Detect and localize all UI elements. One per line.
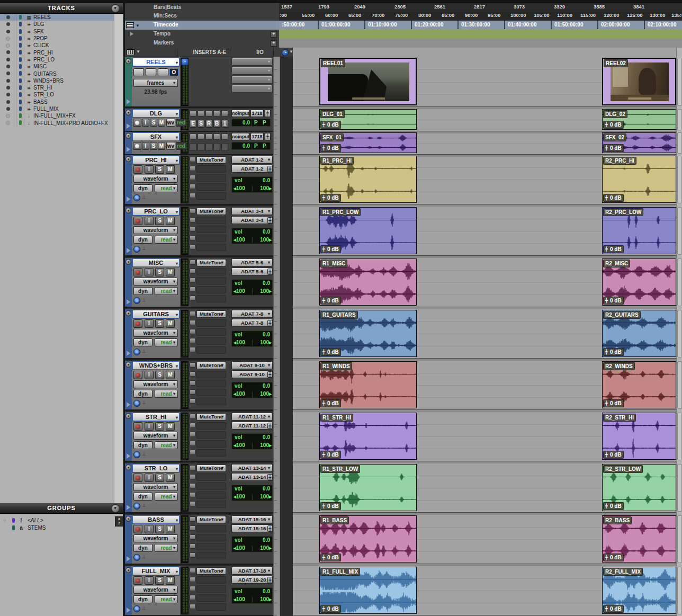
insert-slot-icon[interactable] <box>190 595 195 600</box>
insert-slot-icon[interactable] <box>190 311 195 316</box>
insert-slot-empty[interactable] <box>196 603 226 611</box>
clip-gain-badge[interactable]: ┿0 dB <box>603 194 624 202</box>
insert-slot-icon[interactable] <box>190 362 195 368</box>
clip-r1_bass[interactable]: R1_BASS┿0 dB <box>319 515 417 563</box>
track-options-icon[interactable]: ▼ <box>125 208 131 213</box>
track-options-icon[interactable]: ▼ <box>125 413 131 419</box>
online-button[interactable]: O <box>169 68 178 76</box>
clip-r1_winds[interactable]: R1_WINDS┿0 dB <box>319 361 417 408</box>
track-name-box[interactable]: REELS▾ <box>132 58 180 66</box>
insert-slot-empty[interactable] <box>196 552 226 559</box>
clip-gain-badge[interactable]: ┿0 dB <box>603 451 624 459</box>
insert-letter-button[interactable] <box>213 143 220 151</box>
insert-slot-icon[interactable] <box>190 110 196 117</box>
insert-slot-empty[interactable] <box>196 337 226 345</box>
playlist-expand-icon[interactable] <box>127 556 130 561</box>
track-show-dot[interactable] <box>6 114 10 118</box>
insert-a-mutetone[interactable]: MuteTone▾ <box>196 413 226 421</box>
insert-slot-icon[interactable] <box>205 133 212 140</box>
scrollbar-segment[interactable] <box>677 132 682 154</box>
track-view-dropdown[interactable]: waveform▾ <box>133 278 178 285</box>
insert-slot-empty[interactable] <box>196 483 226 490</box>
sidebar-item-guitars[interactable]: |▸|▸GUITARS <box>0 70 114 77</box>
pan-icon[interactable]: ┿ <box>265 133 271 140</box>
volume-pan-readout[interactable]: vol0.0◂100100▸ <box>231 433 273 450</box>
solo-button[interactable]: S <box>155 422 164 431</box>
clip-r2_misc[interactable]: R2_MISC┿0 dB <box>602 258 676 306</box>
track-show-dot-cell[interactable] <box>0 35 16 42</box>
dyn-button[interactable]: dyn <box>133 287 152 295</box>
clip-reel01[interactable]: REEL01 <box>319 58 417 105</box>
pan-icon[interactable]: ┿ <box>267 474 273 480</box>
sidebar-item-prc_lo[interactable]: |▸|▸PRC_LO <box>0 56 114 63</box>
track-options-icon[interactable]: ▼ <box>125 362 131 368</box>
insert-slot-icon[interactable] <box>190 193 195 198</box>
insert-slot-empty[interactable] <box>196 295 226 302</box>
insert-slot-empty[interactable] <box>196 286 226 293</box>
insert-slot-icon[interactable] <box>190 389 195 395</box>
clip-gain-badge[interactable]: ┿0 dB <box>320 348 341 356</box>
clip-gain-badge[interactable]: ┿0 dB <box>603 399 624 407</box>
playlist-expand-icon[interactable] <box>127 123 130 129</box>
track-show-dot[interactable] <box>6 100 10 104</box>
sidebar-item-2pop[interactable]: |▸|▸2POP <box>0 35 114 42</box>
insert-slot-icon[interactable] <box>190 552 195 558</box>
sidebar-item-reels[interactable]: ▦REELS <box>0 14 114 21</box>
playlist-expand-icon[interactable] <box>127 99 130 104</box>
clip-r2_str_low[interactable]: R2_STR_LOW┿0 dB <box>602 464 676 511</box>
group-item-stems[interactable]: aSTEMS <box>0 524 114 531</box>
track-options-icon[interactable]: ▼ <box>125 156 131 162</box>
sidebar-item-in-full_mix+prd audio+fx[interactable]: ↓IN-FULL_MIX+PRD AUDIO+FX <box>0 119 114 126</box>
track-view-dropdown[interactable]: waveform▾ <box>133 329 178 337</box>
insert-slot-icon[interactable] <box>190 398 195 404</box>
mute-button[interactable]: M <box>158 142 165 150</box>
insert-slot-icon[interactable] <box>190 296 195 301</box>
dyn-button[interactable]: dyn <box>133 441 152 449</box>
volume-pan-readout[interactable]: vol0.0◂100100▸ <box>231 536 273 552</box>
dyn-button[interactable]: dyn <box>133 184 152 192</box>
output-path-button[interactable]: ADAT 1-2┿ <box>231 165 273 173</box>
track-view-dropdown[interactable]: waveform▾ <box>133 226 178 234</box>
sidebar-item-prc_hi[interactable]: |▸|▸PRC_HI <box>0 49 114 56</box>
video-blank-button[interactable] <box>146 68 156 76</box>
input-monitor-button[interactable]: I <box>145 525 154 533</box>
clip-gain-badge[interactable]: ┿0 dB <box>603 605 624 613</box>
insert-slot-empty[interactable] <box>196 319 226 327</box>
sidebar-item-misc[interactable]: |▸|▸MISC <box>0 63 114 70</box>
playlist-expand-icon[interactable] <box>127 299 130 305</box>
output-path-button[interactable]: ADAT 3-4┿ <box>231 216 273 224</box>
track-name-box[interactable]: MISC▾ <box>132 258 180 267</box>
track-options-icon[interactable]: ▼ <box>125 465 131 470</box>
clip-gain-badge[interactable]: ┿0 dB <box>320 245 341 253</box>
pan-icon[interactable]: ┿ <box>267 577 273 583</box>
insert-letter-button[interactable]: E <box>190 120 196 128</box>
insert-slot-empty[interactable] <box>196 534 226 541</box>
track-show-dot-cell[interactable] <box>0 42 16 49</box>
track-show-dot[interactable] <box>6 107 10 111</box>
track-show-dot-cell[interactable] <box>0 49 16 56</box>
track-name-box[interactable]: WNDS+BRS▾ <box>132 361 180 370</box>
sidebar-item-wnds+brs[interactable]: |▸|▸WNDS+BRS <box>0 77 114 84</box>
insert-slot-empty[interactable] <box>196 328 226 336</box>
playlist-expand-icon[interactable] <box>127 147 130 152</box>
pan-icon[interactable]: ┿ <box>267 525 273 532</box>
mute-button[interactable]: M <box>166 319 175 328</box>
scrollbar-segment[interactable] <box>677 515 682 563</box>
automation-mode-dropdown[interactable]: read▾ <box>155 595 178 603</box>
mute-button[interactable]: M <box>166 217 175 225</box>
insert-a-mutetone[interactable]: MuteTone▾ <box>196 516 226 523</box>
clip-r1_str_hi[interactable]: R1_STR_HI┿0 dB <box>319 413 417 460</box>
volume-pan-readout[interactable]: vol0.0◂100100▸ <box>231 382 273 398</box>
clip-r1_prc_low[interactable]: R1_PRC_LOW┿0 dB <box>319 207 417 254</box>
insert-slot-icon[interactable] <box>190 329 195 334</box>
track-show-dot[interactable] <box>6 43 10 48</box>
insert-slot-icon[interactable] <box>190 371 195 377</box>
insert-slot-empty[interactable] <box>196 422 226 430</box>
solo-button[interactable]: S <box>155 371 164 379</box>
columns-dropdown-icon[interactable]: ▼ <box>136 49 140 54</box>
scrollbar-segment[interactable] <box>677 361 682 409</box>
pan-icon[interactable]: ┿ <box>267 217 273 224</box>
track-show-dot[interactable] <box>6 37 10 41</box>
clip-r2_prc_low[interactable]: R2_PRC_LOW┿0 dB <box>602 207 676 254</box>
insert-slot-empty[interactable] <box>196 217 226 224</box>
